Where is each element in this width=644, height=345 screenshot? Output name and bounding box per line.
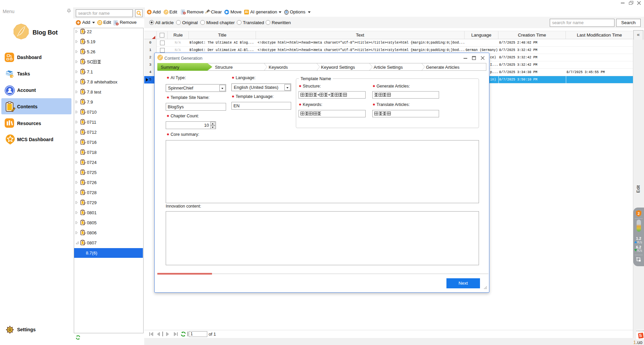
svg-text:2: 2 [638,212,640,216]
